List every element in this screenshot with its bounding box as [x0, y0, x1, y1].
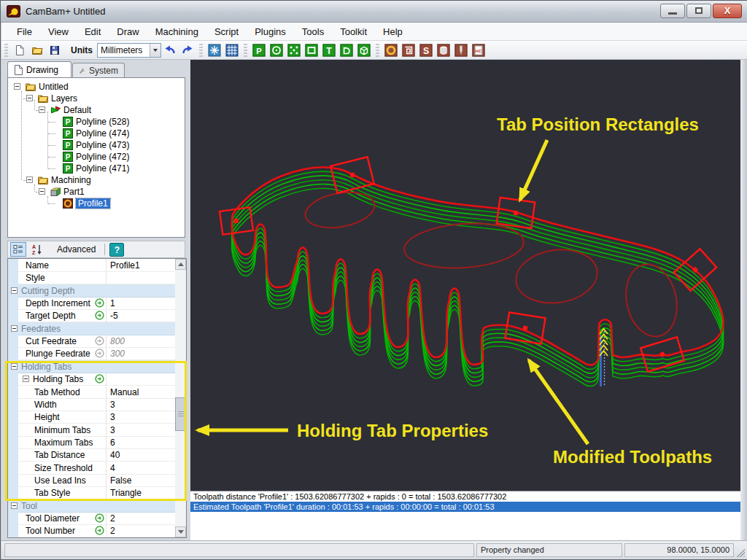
property-row-name[interactable]: NameProfile1	[8, 259, 175, 272]
toolbar-grip[interactable]	[4, 44, 8, 57]
tab-system[interactable]: System	[72, 63, 125, 77]
tree-item-layers[interactable]: Layers	[8, 93, 185, 104]
arc-tool-button[interactable]	[339, 43, 354, 58]
tree-item-profile1[interactable]: Profile1	[8, 198, 185, 209]
tree-item-label[interactable]: Untitled	[39, 82, 69, 92]
tree-item-machining[interactable]: Machining	[8, 174, 185, 186]
tree-expander[interactable]	[26, 176, 33, 183]
undo-button[interactable]	[163, 43, 177, 58]
profile-op-button[interactable]	[384, 43, 398, 58]
scroll-up-button[interactable]	[175, 259, 186, 270]
property-value[interactable]: 2	[110, 526, 115, 536]
drill-op-button[interactable]	[454, 43, 468, 58]
log-line-selected[interactable]: Estimated Toolpath 'Profile1' duration :…	[190, 502, 740, 512]
engrave-op-button[interactable]: S	[419, 43, 433, 58]
polyline-tool-button[interactable]: P	[252, 43, 266, 58]
property-value[interactable]: Profile1	[110, 260, 140, 271]
property-row-target-depth[interactable]: Target Depth-5	[8, 309, 175, 322]
property-category-feedrates[interactable]: Feedrates	[8, 322, 175, 335]
points-tool-button[interactable]	[287, 43, 301, 58]
minimize-button[interactable]	[660, 4, 685, 18]
close-button[interactable]: X	[713, 4, 742, 18]
pocket-op-button[interactable]	[401, 43, 416, 58]
property-row-cut-feedrate[interactable]: Cut Feedrate800	[8, 335, 175, 348]
category-collapse-icon[interactable]	[11, 502, 18, 509]
property-value[interactable]: 2	[110, 513, 115, 524]
menu-view[interactable]: View	[40, 23, 77, 41]
rectangle-tool-button[interactable]	[304, 43, 319, 58]
property-row-tool-diameter[interactable]: Tool Diameter2	[8, 512, 175, 525]
property-category-tool[interactable]: Tool	[8, 499, 175, 513]
maximize-button[interactable]	[686, 4, 711, 18]
help-button[interactable]: ?	[109, 243, 124, 257]
menu-help[interactable]: Help	[375, 23, 411, 41]
tree-item-untitled[interactable]: Untitled	[8, 81, 185, 93]
resize-grip[interactable]	[735, 548, 745, 557]
property-value[interactable]: 1	[110, 298, 115, 308]
tree-item-default[interactable]: Default	[8, 104, 185, 116]
menu-script[interactable]: Script	[206, 23, 247, 41]
save-file-button[interactable]	[47, 43, 62, 58]
category-collapse-icon[interactable]	[11, 325, 18, 332]
tree-item-part1[interactable]: Part1	[8, 186, 185, 198]
tree-item-polyline-473-[interactable]: PPolyline (473)	[8, 139, 185, 151]
toolbar-grip[interactable]	[244, 44, 247, 57]
scroll-down-button[interactable]	[175, 526, 186, 537]
toolbar-grip[interactable]	[199, 44, 203, 57]
grid-toggle-button[interactable]	[225, 43, 239, 58]
units-dropdown-button[interactable]	[150, 44, 160, 57]
tree-item-label[interactable]: Polyline (474)	[76, 128, 129, 139]
alphabetical-sort-button[interactable]: AZ	[29, 242, 45, 257]
open-file-button[interactable]	[30, 43, 44, 58]
tree-expander[interactable]	[39, 106, 45, 113]
property-category-cutting-depth[interactable]: Cutting Depth	[8, 284, 175, 298]
property-row-plunge-feedrate[interactable]: Plunge Feedrate300	[8, 347, 175, 360]
property-row-tool-number[interactable]: Tool Number2	[8, 524, 175, 537]
surface-tool-button[interactable]	[357, 43, 371, 58]
property-row-depth-increment[interactable]: Depth Increment1	[8, 297, 175, 310]
snap-to-grid-button[interactable]	[207, 43, 222, 58]
tree-item-polyline-471-[interactable]: PPolyline (471)	[8, 163, 185, 174]
tree-item-label[interactable]: Polyline (471)	[76, 163, 129, 174]
title-bar[interactable]: CamBam+ Untitled X	[1, 1, 747, 23]
menu-file[interactable]: File	[9, 23, 40, 41]
menu-toolkit[interactable]: Toolkit	[332, 23, 375, 41]
new-file-button[interactable]	[12, 43, 27, 58]
property-value[interactable]: 800	[110, 336, 125, 346]
nc-file-button[interactable]: HC	[471, 43, 486, 58]
redo-button[interactable]	[180, 43, 195, 58]
tree-item-label[interactable]: Profile1	[76, 198, 110, 209]
category-collapse-icon[interactable]	[11, 287, 18, 294]
tree-item-polyline-528-[interactable]: PPolyline (528)	[8, 116, 185, 128]
menu-edit[interactable]: Edit	[77, 23, 109, 41]
drawing-viewport[interactable]: Tab Position RectanglesHolding Tab Prope…	[190, 60, 740, 491]
units-combobox[interactable]: Millimeters	[97, 43, 161, 58]
tree-item-label[interactable]: Polyline (528)	[76, 117, 129, 127]
tree-item-polyline-474-[interactable]: PPolyline (474)	[8, 128, 185, 139]
tree-item-label[interactable]: Polyline (473)	[76, 140, 129, 150]
circle-tool-button[interactable]	[269, 43, 284, 58]
log-line[interactable]: Toolpath distance 'Profile1' : 1503.6208…	[190, 491, 740, 502]
menu-plugins[interactable]: Plugins	[247, 23, 294, 41]
categorized-view-button[interactable]	[10, 242, 26, 257]
tree-expander[interactable]	[26, 95, 33, 101]
tree-item-label[interactable]: Part1	[63, 187, 85, 197]
property-row-style[interactable]: Style	[8, 271, 175, 284]
property-value[interactable]: -5	[110, 311, 118, 321]
menu-tools[interactable]: Tools	[294, 23, 332, 41]
tree-expander[interactable]	[14, 83, 20, 90]
tree-item-polyline-472-[interactable]: PPolyline (472)	[8, 151, 185, 163]
tree-item-label[interactable]: Polyline (472)	[76, 152, 129, 162]
tree-item-label[interactable]: Default	[63, 105, 91, 115]
advanced-button[interactable]: Advanced	[53, 243, 100, 256]
tree-item-label[interactable]: Machining	[51, 175, 91, 185]
lathe-op-button[interactable]	[436, 43, 451, 58]
text-tool-button[interactable]: T	[322, 43, 336, 58]
menu-machining[interactable]: Machining	[147, 23, 206, 41]
menu-draw[interactable]: Draw	[109, 23, 147, 41]
tree-item-label[interactable]: Layers	[51, 93, 77, 104]
tree-expander[interactable]	[39, 188, 45, 195]
toolbar-grip[interactable]	[376, 44, 379, 57]
property-value[interactable]: 300	[110, 349, 125, 359]
tab-drawing[interactable]: Drawing	[7, 61, 71, 77]
